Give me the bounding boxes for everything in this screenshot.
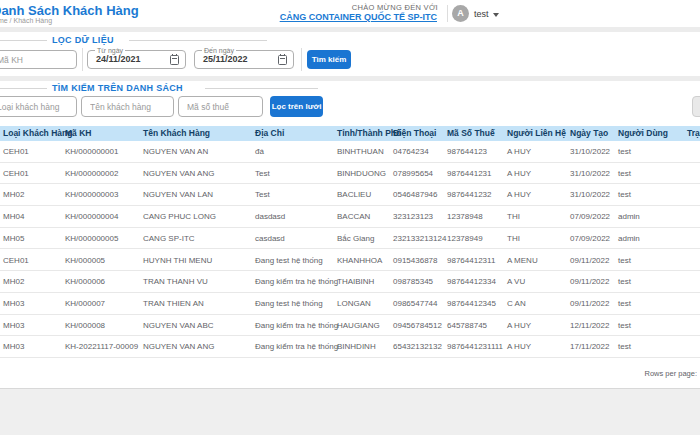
customer-name-input[interactable] bbox=[81, 96, 174, 117]
table-cell: NGUYEN VAN ANG bbox=[143, 336, 214, 357]
grid-filter-button[interactable]: Lọc trên lưới bbox=[270, 96, 323, 117]
table-row[interactable]: CEH01KH/000000002NGUYEN VAN ANGTestBINHD… bbox=[0, 163, 700, 185]
table-cell: 987644123 bbox=[447, 141, 487, 162]
table-cell: BACCAN bbox=[337, 206, 370, 227]
table-cell: MH05 bbox=[3, 228, 24, 249]
table-cell: CEH01 bbox=[3, 250, 29, 271]
company-link[interactable]: CẢNG CONTAINER QUỐC TẾ SP-ITC bbox=[280, 12, 437, 22]
table-cell: KH/000000003 bbox=[65, 184, 118, 205]
chevron-down-icon[interactable] bbox=[493, 13, 499, 17]
avatar[interactable]: A bbox=[452, 5, 469, 22]
table-cell: MH04 bbox=[3, 206, 24, 227]
table-cell: MH03 bbox=[3, 293, 24, 314]
table-row[interactable]: MH05KH/000000005CANG SP-ITCcasdasdBắc Gi… bbox=[0, 228, 700, 250]
table-cell: test bbox=[618, 141, 631, 162]
table-cell: 09456784512 bbox=[393, 315, 442, 336]
table-cell: CANG SP-ITC bbox=[143, 228, 195, 249]
table-cell: LONGAN bbox=[337, 293, 371, 314]
filter-divider bbox=[301, 48, 302, 71]
table-cell: MH03 bbox=[3, 336, 24, 357]
table-cell: test bbox=[618, 163, 631, 184]
column-header[interactable]: Tỉnh/Thành Phố bbox=[337, 126, 401, 141]
table-cell: test bbox=[618, 250, 631, 271]
to-date-field[interactable]: Đến ngày 25/11/2022 bbox=[194, 50, 294, 69]
column-header[interactable]: Mã KH bbox=[65, 126, 91, 141]
table-cell: 98764412311 bbox=[447, 250, 495, 271]
breadcrumb[interactable]: Home / Khách Hàng bbox=[0, 17, 52, 24]
customer-type-input[interactable] bbox=[0, 96, 77, 117]
table-cell: NGUYEN VAN AN bbox=[143, 141, 208, 162]
table-cell: KH/000006 bbox=[65, 271, 105, 292]
search-button[interactable]: Tìm kiếm bbox=[307, 50, 351, 69]
table-cell: 323123123 bbox=[393, 206, 433, 227]
column-header[interactable]: Người Dùng bbox=[618, 126, 668, 141]
page-title: Danh Sách Khách Hàng bbox=[0, 3, 139, 18]
user-menu[interactable]: test bbox=[474, 9, 489, 19]
table-cell: BINHDINH bbox=[337, 336, 376, 357]
column-header[interactable]: Trạng Thái bbox=[687, 126, 700, 141]
table-row[interactable]: CEH01KH/000000001NGUYEN VAN ANđáBINHTHUA… bbox=[0, 141, 700, 163]
cutoff-button[interactable] bbox=[692, 96, 700, 117]
table-cell: Test bbox=[255, 163, 270, 184]
table-cell: 078995654 bbox=[393, 163, 433, 184]
table-cell: 9876441232 bbox=[447, 184, 492, 205]
from-date-value[interactable]: 24/11/2021 bbox=[96, 51, 141, 68]
table-cell: A MENU bbox=[507, 250, 538, 271]
table-cell: C AN bbox=[507, 293, 526, 314]
calendar-icon[interactable] bbox=[170, 55, 179, 65]
table-cell: Đang test hệ thống bbox=[255, 293, 323, 314]
table-cell: 65432132132 bbox=[393, 336, 442, 357]
table-row[interactable]: MH03KH/000008NGUYEN VAN ABCĐang kiểm tra… bbox=[0, 315, 700, 337]
table-cell: 07/09/2022 bbox=[570, 228, 610, 249]
table-cell: admin bbox=[618, 228, 640, 249]
table-cell: 232133213124 bbox=[393, 228, 446, 249]
legend-line bbox=[0, 88, 47, 89]
welcome-text: CHÀO MỪNG ĐẾN VỚI bbox=[352, 3, 438, 12]
column-header[interactable]: Điện Thoại bbox=[393, 126, 436, 141]
table-cell: NGUYEN VAN LAN bbox=[143, 184, 213, 205]
legend-line bbox=[0, 40, 47, 41]
table-cell: KH/000000005 bbox=[65, 228, 118, 249]
table-cell: test bbox=[618, 315, 631, 336]
table-cell: test bbox=[618, 336, 631, 357]
column-header[interactable]: Người Liên Hệ bbox=[507, 126, 566, 141]
calendar-icon[interactable] bbox=[278, 55, 287, 65]
column-header[interactable]: Mã Số Thuế bbox=[447, 126, 495, 141]
table-cell: 98764412345 bbox=[447, 293, 496, 314]
table-cell: BINHDUONG bbox=[337, 163, 386, 184]
table-cell: KH/000005 bbox=[65, 250, 105, 271]
table-row[interactable]: MH02KH/000006TRAN THANH VUĐang kiểm tra … bbox=[0, 271, 700, 293]
table-row[interactable]: MH02KH/000000003NGUYEN VAN LANTestBACLIE… bbox=[0, 184, 700, 206]
table-cell: 04764234 bbox=[393, 141, 429, 162]
column-header[interactable]: Loại Khách Hàng bbox=[3, 126, 72, 141]
table-cell: KH/000008 bbox=[65, 315, 105, 336]
table-cell: KH/000007 bbox=[65, 293, 105, 314]
table-cell: admin bbox=[618, 206, 640, 227]
table-cell: 12/11/2022 bbox=[570, 315, 609, 336]
table-cell: Đang test hệ thống bbox=[255, 250, 323, 271]
column-header[interactable]: Tên Khách Hàng bbox=[143, 126, 210, 141]
table-cell: A VU bbox=[507, 271, 525, 292]
tax-code-input[interactable] bbox=[178, 96, 263, 117]
table-row[interactable]: MH04KH/000000004CANG PHUC LONGdasdasdBAC… bbox=[0, 206, 700, 228]
column-header[interactable]: Địa Chỉ bbox=[255, 126, 284, 141]
table-cell: Bắc Giang bbox=[337, 228, 374, 249]
table-cell: BACLIEU bbox=[337, 184, 371, 205]
table-cell: 09/11/2022 bbox=[570, 293, 609, 314]
table-cell: CANG PHUC LONG bbox=[143, 206, 216, 227]
table-header-row: Loại Khách HàngMã KHTên Khách HàngĐịa Ch… bbox=[0, 126, 700, 141]
table-cell: Test bbox=[255, 184, 270, 205]
table-cell: A HUY bbox=[507, 336, 531, 357]
table-cell: dasdasd bbox=[255, 206, 285, 227]
table-row[interactable]: MH03KH/000007TRAN THIEN ANĐang test hệ t… bbox=[0, 293, 700, 315]
table-cell: MH02 bbox=[3, 271, 24, 292]
table-row[interactable]: CEH01KH/000005HUYNH THI MENUĐang test hệ… bbox=[0, 250, 700, 272]
customer-code-input[interactable] bbox=[0, 50, 77, 69]
table-row[interactable]: MH03KH-20221117-00009NGUYEN VAN ANGĐang … bbox=[0, 336, 700, 358]
table-cell: 07/09/2022 bbox=[570, 206, 610, 227]
table-cell: 645788745 bbox=[447, 315, 487, 336]
to-date-value[interactable]: 25/11/2022 bbox=[203, 51, 248, 68]
table-cell: A HUY bbox=[507, 315, 531, 336]
column-header[interactable]: Ngày Tạo bbox=[570, 126, 608, 141]
from-date-field[interactable]: Từ ngày 24/11/2021 bbox=[87, 50, 186, 69]
